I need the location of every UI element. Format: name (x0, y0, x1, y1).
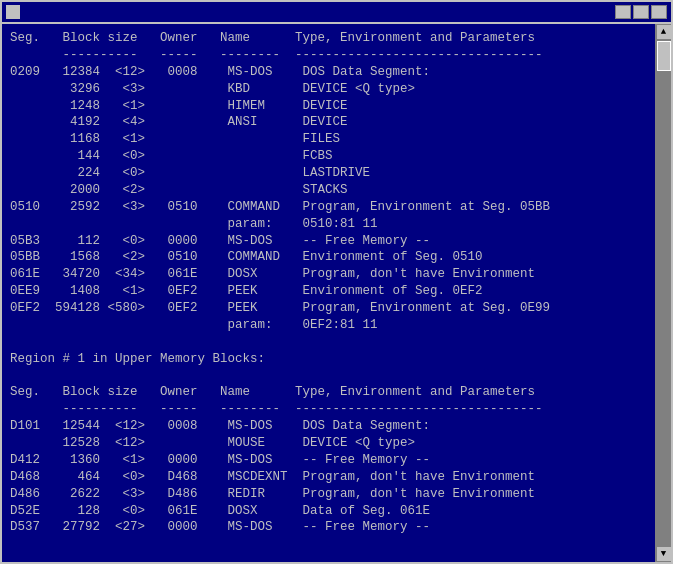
scroll-thumb[interactable] (657, 41, 671, 71)
window-icon (6, 5, 20, 19)
title-bar-left (6, 5, 24, 19)
maximize-button[interactable] (633, 5, 649, 19)
title-buttons (615, 5, 667, 19)
memory-data: Seg. Block size Owner Name Type, Environ… (10, 30, 647, 536)
scrollbar[interactable]: ▲ ▼ (655, 24, 671, 562)
main-window: Seg. Block size Owner Name Type, Environ… (0, 0, 673, 564)
scroll-down-button[interactable]: ▼ (656, 546, 672, 562)
memory-blocks-content: Seg. Block size Owner Name Type, Environ… (2, 24, 655, 562)
title-bar (2, 2, 671, 24)
scroll-up-button[interactable]: ▲ (656, 24, 672, 40)
content-area: Seg. Block size Owner Name Type, Environ… (2, 24, 671, 562)
scroll-track[interactable] (656, 40, 672, 546)
close-button[interactable] (651, 5, 667, 19)
minimize-button[interactable] (615, 5, 631, 19)
